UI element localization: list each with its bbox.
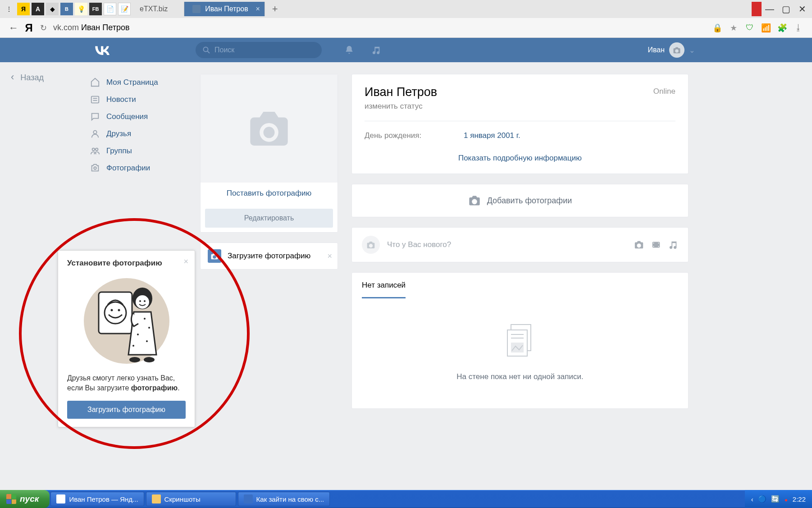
tab-active[interactable]: Иван Петров × — [184, 2, 265, 16]
bookmark-star-icon[interactable]: ★ — [727, 22, 740, 34]
svg-rect-10 — [653, 243, 654, 243]
svg-rect-11 — [653, 246, 654, 247]
tray-bluetooth-icon[interactable]: ⬥ — [784, 495, 788, 503]
header-icon-group — [344, 45, 381, 55]
set-photo-link[interactable]: Поставить фотографию — [201, 183, 338, 204]
add-photos-label: Добавить фотографии — [487, 196, 572, 206]
new-post-input[interactable] — [387, 240, 634, 249]
reload-button[interactable]: ↻ — [36, 23, 50, 33]
svg-point-22 — [110, 309, 113, 311]
svg-point-7 — [96, 148, 98, 151]
extension1-icon[interactable]: 📶 — [760, 22, 772, 34]
nav-photos[interactable]: Фотографии — [90, 160, 185, 177]
new-tab-button[interactable]: + — [269, 3, 282, 15]
chevron-down-icon: ⌄ — [689, 46, 695, 55]
search-box[interactable] — [196, 42, 322, 58]
post-avatar-icon — [362, 236, 380, 254]
tab-close-icon[interactable]: × — [255, 5, 260, 13]
nav-friends[interactable]: Друзья — [90, 125, 185, 142]
search-input[interactable] — [214, 46, 315, 54]
svg-point-6 — [92, 148, 95, 151]
tray-chevron-icon[interactable]: ‹ — [751, 495, 753, 503]
show-more-info-link[interactable]: Показать подробную информацию — [365, 154, 675, 163]
tab-a-icon[interactable]: A — [32, 3, 44, 15]
avatar-icon — [669, 42, 684, 58]
svg-rect-2 — [91, 96, 99, 103]
tab-doc2-icon[interactable]: 📝 — [118, 3, 131, 15]
extension2-icon[interactable]: 🧩 — [776, 22, 789, 34]
wall-tabs: Нет записей — [352, 273, 688, 298]
back-link[interactable]: Назад — [11, 71, 44, 83]
tab-drag-handle-icon[interactable]: ⋮ — [3, 3, 15, 15]
tab-yandex-icon[interactable]: Я — [17, 3, 30, 15]
svg-point-35 — [144, 357, 155, 362]
set-photo-popup: Установите фотографию × Друзья смог — [58, 250, 195, 427]
svg-rect-13 — [658, 246, 659, 247]
svg-point-0 — [204, 47, 208, 52]
header-user-name: Иван — [648, 46, 665, 54]
upload-photo-label: Загрузите фотографию — [228, 252, 310, 261]
popup-upload-button[interactable]: Загрузить фотографию — [67, 401, 186, 419]
tray-network-icon[interactable]: 🔵 — [758, 495, 766, 503]
tray-clock[interactable]: 2:22 — [793, 495, 806, 503]
attach-video-icon[interactable] — [651, 240, 661, 250]
wall-card: Нет записей На стене пока нет ни одной з… — [351, 272, 689, 409]
nav-groups[interactable]: Группы — [90, 142, 185, 160]
url-field[interactable]: vk.com Иван Петров — [53, 23, 129, 32]
url-domain: vk.com — [53, 23, 79, 32]
taskbar-item-word[interactable]: Как зайти на свою с... — [238, 492, 330, 506]
tab-vk-icon[interactable]: B — [60, 3, 73, 15]
wall-tab-empty[interactable]: Нет записей — [362, 281, 406, 298]
tab-bulb-icon[interactable]: 💡 — [75, 3, 87, 15]
upload-photo-row[interactable]: Загрузите фотографию × — [200, 243, 338, 270]
lock-icon[interactable]: 🔒 — [711, 22, 724, 34]
header-user-menu[interactable]: Иван ⌄ — [648, 42, 695, 58]
tab-generic-icon[interactable]: ◆ — [46, 3, 59, 15]
edit-profile-button[interactable]: Редактировать — [205, 209, 333, 228]
bell-icon[interactable] — [344, 45, 354, 55]
empty-docs-icon — [502, 321, 538, 362]
popup-close-icon[interactable]: × — [183, 257, 188, 266]
profile-info-card: Online Иван Петров изменить статус День … — [351, 74, 689, 174]
add-photos-card[interactable]: Добавить фотографии — [351, 184, 689, 217]
birthday-value[interactable]: 1 января 2001 г. — [464, 131, 520, 140]
music-icon[interactable] — [371, 45, 381, 55]
close-upload-icon[interactable]: × — [327, 252, 332, 261]
shield-icon[interactable]: 🛡 — [744, 22, 756, 34]
vk-header: Иван ⌄ — [0, 38, 812, 62]
task-icon — [244, 494, 253, 503]
window-maximize-button[interactable]: ▢ — [778, 2, 794, 16]
taskbar-item-screenshots[interactable]: Скриншоты — [146, 492, 236, 506]
attach-music-icon[interactable] — [668, 240, 678, 250]
search-icon — [203, 46, 210, 54]
windows-taskbar: пуск Иван Петров — Янд... Скриншоты Как … — [0, 490, 812, 508]
system-tray[interactable]: ‹ 🔵 🔄 ⬥ 2:22 — [745, 490, 812, 508]
yandex-logo-icon[interactable]: Я — [22, 22, 36, 34]
tab-doc-icon[interactable]: 📄 — [104, 3, 116, 15]
window-close-button[interactable]: ✕ — [794, 2, 810, 16]
svg-point-29 — [144, 318, 146, 320]
nav-news[interactable]: Новости — [90, 91, 185, 108]
change-status-link[interactable]: изменить статус — [365, 102, 675, 111]
downloads-icon[interactable]: ⭳ — [792, 22, 805, 34]
window-accent-icon — [752, 2, 762, 16]
nav-messages[interactable]: Сообщения — [90, 108, 185, 125]
svg-point-27 — [144, 300, 146, 302]
popup-description: Друзья смогут легко узнать Вас, если Вы … — [67, 373, 186, 394]
tab-fb-icon[interactable]: FB — [89, 3, 102, 15]
tab-etxt[interactable]: eTXT.biz — [132, 2, 184, 16]
svg-point-33 — [132, 345, 134, 347]
new-post-card — [351, 227, 689, 262]
attach-photo-icon[interactable] — [634, 240, 644, 250]
vk-logo-icon[interactable] — [90, 38, 114, 62]
nav-back-button[interactable]: ← — [5, 22, 22, 34]
start-button[interactable]: пуск — [0, 490, 50, 508]
window-minimize-button[interactable]: — — [762, 2, 778, 16]
svg-line-1 — [208, 51, 210, 54]
tab-label: eTXT.biz — [140, 5, 168, 13]
url-page-title: Иван Петров — [81, 23, 129, 32]
svg-point-34 — [129, 357, 140, 362]
nav-my-page[interactable]: Моя Страница — [90, 74, 185, 91]
taskbar-item-browser[interactable]: Иван Петров — Янд... — [50, 492, 144, 506]
tray-sync-icon[interactable]: 🔄 — [771, 495, 780, 503]
